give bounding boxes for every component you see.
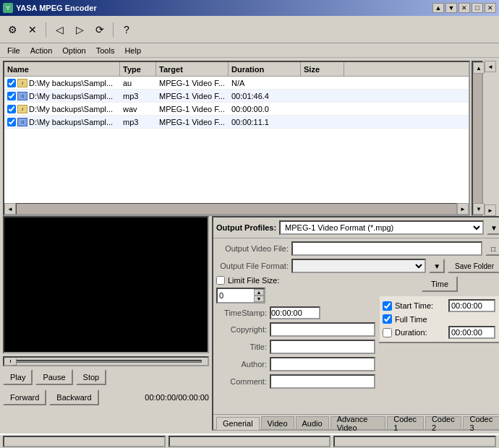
profiles-select[interactable]: MPEG-1 Video Format (*.mpg): [279, 220, 484, 235]
settings-tool-button[interactable]: ⚙: [3, 20, 22, 39]
settings-body: Output Video File: □ Output File Format:…: [213, 238, 499, 414]
playback-row1: Play Pause Stop: [3, 369, 209, 385]
copyright-label: Copyright:: [216, 325, 267, 334]
start-time-checkbox[interactable]: [383, 301, 392, 311]
restore-button[interactable]: ▼: [445, 3, 457, 13]
spin-input[interactable]: [218, 289, 254, 302]
col-header-name[interactable]: Name: [4, 62, 120, 76]
prev-tool-button[interactable]: ◁: [50, 20, 69, 39]
copyright-input[interactable]: [270, 322, 375, 337]
maximize-button[interactable]: □: [472, 3, 483, 13]
delete-tool-button[interactable]: ✕: [23, 20, 42, 39]
tab-video[interactable]: Video: [261, 416, 294, 429]
timestamp-input[interactable]: [270, 306, 320, 319]
help-tool-button[interactable]: ?: [117, 20, 136, 39]
author-row: Author:: [216, 357, 375, 371]
play-button[interactable]: Play: [3, 369, 33, 385]
tab-codec1[interactable]: Codec 1: [387, 416, 424, 429]
col-header-type[interactable]: Type: [120, 62, 156, 76]
vscroll-extra-up[interactable]: ◄: [485, 61, 496, 72]
toolbar: ⚙ ✕ ◁ ▷ ⟳ ?: [0, 16, 499, 43]
profiles-dropdown-button[interactable]: ▼: [487, 220, 499, 235]
vscroll-up-button[interactable]: ▲: [473, 62, 485, 74]
output-format-select[interactable]: [291, 259, 426, 273]
forward-button[interactable]: Forward: [3, 389, 46, 405]
duration-input[interactable]: [448, 326, 495, 339]
pause-button[interactable]: Pause: [35, 369, 72, 385]
output-video-row: Output Video File: □: [216, 241, 499, 256]
file-icon-0: ♪: [17, 79, 27, 87]
menu-file[interactable]: File: [3, 46, 25, 56]
menu-tools[interactable]: Tools: [92, 46, 119, 56]
row-checkbox-0[interactable]: [7, 79, 16, 87]
next-tool-button[interactable]: ▷: [70, 20, 89, 39]
output-video-browse[interactable]: □: [485, 241, 499, 256]
limit-size-row: Limit File Size:: [216, 276, 375, 285]
app-title: YASA MPEG Encoder: [16, 4, 97, 12]
output-format-dropdown[interactable]: ▼: [429, 259, 445, 273]
time-button[interactable]: Time: [422, 276, 458, 292]
vscroll-down-button[interactable]: ▼: [473, 203, 485, 215]
comment-label: Comment:: [216, 377, 267, 386]
refresh-tool-button[interactable]: ⟳: [90, 20, 109, 39]
tab-audio[interactable]: Audio: [296, 416, 329, 429]
comment-input[interactable]: [270, 374, 375, 389]
comment-row: Comment:: [216, 374, 375, 389]
file-icon-3: ♫: [17, 118, 27, 126]
output-format-label: Output File Format:: [216, 262, 289, 270]
stop-button[interactable]: Stop: [76, 369, 107, 385]
tab-codec3[interactable]: Codec 3: [463, 416, 499, 429]
row-checkbox-3[interactable]: [7, 118, 16, 126]
limit-size-checkbox[interactable]: [216, 276, 225, 285]
save-folder-button[interactable]: Save Folder: [448, 259, 499, 273]
title-input[interactable]: [270, 340, 375, 354]
author-input[interactable]: [270, 357, 375, 371]
full-time-checkbox[interactable]: [383, 314, 392, 324]
backward-button[interactable]: Backward: [49, 389, 98, 405]
vscroll-track[interactable]: [473, 74, 482, 203]
bottom-area: Play Pause Stop Forward Backward 00:00:0…: [3, 216, 496, 431]
spin-up-button[interactable]: ▲: [254, 289, 264, 296]
video-preview: [3, 216, 209, 353]
hscroll-track[interactable]: [16, 203, 457, 215]
preview-panel: Play Pause Stop Forward Backward 00:00:0…: [3, 216, 209, 431]
table-row[interactable]: ♪D:\My backups\Sampl... wav MPEG-1 Video…: [4, 103, 469, 116]
hscroll-right-button[interactable]: ►: [457, 203, 469, 215]
spin-down-button[interactable]: ▼: [254, 296, 264, 302]
vscroll-extra-down[interactable]: ►: [485, 204, 496, 216]
profiles-bar: Output Profiles: MPEG-1 Video Format (*.…: [213, 217, 499, 238]
title-row: Title:: [216, 340, 375, 354]
main-content: Name Type Target Duration Size ♪D:\My ba…: [0, 58, 499, 448]
vscroll-extra: ◄ ►: [485, 61, 496, 216]
tab-advance-video[interactable]: Advance Video: [330, 416, 386, 429]
close-button[interactable]: ✕: [459, 3, 470, 13]
seek-bar[interactable]: [3, 356, 209, 366]
row-checkbox-2[interactable]: [7, 105, 16, 113]
col-header-duration[interactable]: Duration: [229, 62, 301, 76]
tab-generial[interactable]: Generial: [216, 417, 260, 430]
menu-help[interactable]: Help: [120, 46, 145, 56]
timestamp-label: TimeStamp:: [216, 309, 267, 317]
table-row[interactable]: ♫D:\My backups\Sampl... mp3 MPEG-1 Video…: [4, 116, 469, 129]
col-header-target[interactable]: Target: [156, 62, 229, 76]
table-row[interactable]: ♫D:\My backups\Sampl... mp3 MPEG-1 Video…: [4, 90, 469, 103]
minimize-button[interactable]: ▲: [432, 3, 444, 13]
menu-action[interactable]: Action: [26, 46, 57, 56]
start-time-input[interactable]: [448, 299, 495, 312]
h-scrollbar: ◄ ►: [4, 203, 469, 215]
table-row[interactable]: ♪D:\My backups\Sampl... au MPEG-1 Video …: [4, 77, 469, 90]
output-video-input[interactable]: [291, 241, 482, 256]
close-button2[interactable]: ✕: [485, 3, 496, 13]
row-checkbox-1[interactable]: [7, 92, 16, 100]
hscroll-left-button[interactable]: ◄: [4, 203, 16, 215]
col-header-size[interactable]: Size: [301, 62, 344, 76]
tab-bar: Generial Video Audio Advance Video Codec…: [213, 414, 499, 429]
tab-codec2[interactable]: Codec 2: [425, 416, 462, 429]
output-video-label: Output Video File:: [216, 244, 289, 253]
menu-option[interactable]: Option: [58, 46, 90, 56]
seek-thumb[interactable]: [11, 358, 17, 366]
limit-size-label: Limit File Size:: [228, 276, 280, 285]
start-time-row: Start Time:: [383, 299, 497, 312]
duration-checkbox[interactable]: [383, 328, 392, 337]
settings-panel: Output Profiles: MPEG-1 Video Format (*.…: [212, 216, 499, 431]
